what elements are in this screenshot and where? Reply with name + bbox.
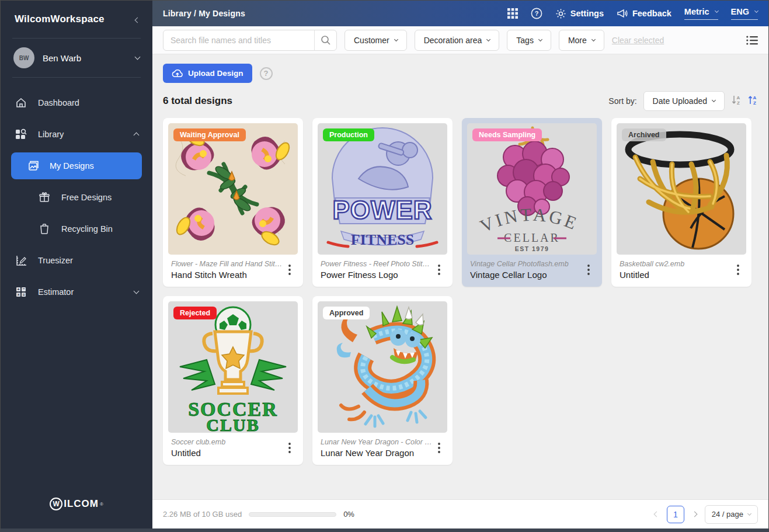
sort-descending-icon[interactable]: A Z bbox=[731, 94, 742, 108]
status-badge: Archived bbox=[622, 128, 666, 141]
cloud-upload-icon bbox=[172, 69, 183, 78]
design-thumbnail[interactable]: SOCCER CLUB Rejected bbox=[168, 301, 298, 433]
sidebar-item-estimator[interactable]: + − × = Estimator bbox=[1, 277, 152, 307]
design-title: Power Fitness Logo bbox=[321, 270, 433, 280]
design-card[interactable]: Waiting Approval Flower - Maze Fill and … bbox=[163, 118, 303, 287]
sort-ascending-icon[interactable]: A Z bbox=[747, 94, 758, 108]
svg-text:CLUB: CLUB bbox=[206, 415, 259, 433]
design-title: Untitled bbox=[620, 270, 732, 280]
svg-text:−: − bbox=[22, 287, 25, 291]
dragon-artwork bbox=[318, 301, 447, 433]
design-card[interactable]: SOCCER CLUB Rejected Soccer club.emb Unt… bbox=[163, 296, 303, 465]
page-number-button[interactable]: 1 bbox=[667, 506, 684, 523]
clear-selected-link[interactable]: Clear selected bbox=[612, 36, 664, 45]
apps-grid-icon[interactable] bbox=[507, 8, 518, 19]
language-dropdown[interactable]: ENG bbox=[731, 7, 758, 20]
card-menu-button[interactable] bbox=[283, 265, 296, 275]
app-window: WilcomWorkspace BW Ben Warb Dashboard bbox=[0, 0, 769, 532]
designs-grid: Waiting Approval Flower - Maze Fill and … bbox=[152, 118, 768, 465]
megaphone-icon bbox=[617, 8, 628, 19]
wilcom-w-icon: W bbox=[50, 498, 62, 510]
design-title: Vintage Cellar Logo bbox=[470, 270, 582, 280]
design-thumbnail[interactable]: POWER FITNESS Production bbox=[318, 123, 447, 255]
next-page-button[interactable] bbox=[693, 512, 697, 516]
sidebar-item-my-designs[interactable]: My Designs bbox=[11, 152, 142, 179]
chevron-down-icon bbox=[134, 288, 140, 294]
design-thumbnail[interactable]: Archived bbox=[617, 123, 746, 255]
units-dropdown[interactable]: Metric bbox=[684, 7, 718, 20]
flower-wreath-artwork bbox=[168, 123, 298, 255]
previous-page-button[interactable] bbox=[655, 512, 659, 516]
sidebar-item-label: Estimator bbox=[38, 287, 74, 297]
sort-by-label: Sort by: bbox=[608, 96, 636, 106]
search-button[interactable] bbox=[314, 30, 336, 50]
sidebar-item-recycling-bin[interactable]: Recycling Bin bbox=[1, 214, 152, 244]
soccer-club-artwork: SOCCER CLUB bbox=[168, 301, 298, 433]
user-menu[interactable]: BW Ben Warb bbox=[1, 39, 152, 77]
designs-icon bbox=[27, 160, 40, 172]
avatar: BW bbox=[13, 47, 34, 68]
sidebar-item-dashboard[interactable]: Dashboard bbox=[1, 88, 152, 117]
search-input[interactable] bbox=[163, 36, 314, 45]
tags-filter-dropdown[interactable]: Tags bbox=[507, 30, 551, 51]
sidebar-collapse-button[interactable] bbox=[135, 14, 140, 25]
sort-dropdown[interactable]: Date Uploaded bbox=[643, 91, 725, 111]
calculator-icon: + − × = bbox=[15, 286, 27, 298]
design-card-selected[interactable]: VINTAGE CELLAR EST 1979 Needs Sampling V… bbox=[462, 118, 602, 287]
sidebar-item-free-designs[interactable]: Free Designs bbox=[1, 183, 152, 212]
svg-text:×: × bbox=[18, 293, 20, 297]
design-card[interactable]: Approved Lunar New Year Dragon - Color P… bbox=[312, 296, 453, 465]
status-badge: Waiting Approval bbox=[173, 128, 246, 141]
trash-icon bbox=[38, 223, 51, 235]
sidebar-item-label: Dashboard bbox=[38, 98, 79, 107]
page-size-dropdown[interactable]: 24 / page bbox=[705, 505, 758, 524]
card-menu-button[interactable] bbox=[433, 265, 446, 275]
decoration-area-filter-dropdown[interactable]: Decoration area bbox=[415, 30, 500, 51]
design-filename: Flower - Maze Fill and Hand Stitch... bbox=[171, 260, 283, 268]
svg-text:Z: Z bbox=[753, 100, 756, 106]
customer-filter-dropdown[interactable]: Customer bbox=[345, 30, 407, 51]
status-badge: Rejected bbox=[173, 307, 217, 319]
svg-text:A: A bbox=[737, 95, 740, 100]
card-menu-button[interactable] bbox=[283, 443, 296, 453]
help-icon[interactable]: ? bbox=[531, 8, 542, 19]
storage-progress-bar bbox=[249, 512, 336, 517]
sidebar-item-label: Free Designs bbox=[61, 193, 112, 202]
storage-percent: 0% bbox=[343, 510, 354, 519]
sidebar-item-label: Truesizer bbox=[38, 256, 73, 265]
card-menu-button[interactable] bbox=[732, 265, 744, 275]
settings-button[interactable]: Settings bbox=[555, 8, 604, 19]
feedback-button[interactable]: Feedback bbox=[617, 8, 671, 19]
gift-icon bbox=[38, 192, 51, 203]
design-thumbnail[interactable]: Approved bbox=[318, 301, 447, 433]
power-fitness-artwork: POWER FITNESS bbox=[318, 123, 447, 255]
card-menu-button[interactable] bbox=[582, 265, 595, 275]
total-designs-heading: 6 total designs bbox=[163, 95, 232, 107]
svg-text:POWER: POWER bbox=[332, 196, 432, 224]
upload-help-icon[interactable]: ? bbox=[260, 67, 273, 80]
content-area: Upload Design ? 6 total designs Sort by:… bbox=[152, 54, 768, 499]
design-filename: Basketball cw2.emb bbox=[620, 260, 732, 268]
svg-text:+: + bbox=[17, 287, 19, 291]
basketball-artwork bbox=[617, 123, 746, 255]
upload-design-button[interactable]: Upload Design bbox=[163, 64, 252, 83]
design-card[interactable]: Archived Basketball cw2.emb Untitled bbox=[611, 118, 751, 287]
design-thumbnail[interactable]: VINTAGE CELLAR EST 1979 Needs Sampling bbox=[467, 123, 597, 255]
sidebar-item-label: My Designs bbox=[50, 161, 94, 171]
sidebar-item-library[interactable]: Library bbox=[1, 120, 152, 149]
design-title: Untitled bbox=[171, 448, 283, 458]
design-thumbnail[interactable]: Waiting Approval bbox=[168, 123, 298, 255]
more-filter-dropdown[interactable]: More bbox=[559, 30, 604, 51]
sidebar-item-label: Recycling Bin bbox=[61, 224, 113, 234]
design-card[interactable]: POWER FITNESS Production Power Fitness -… bbox=[312, 118, 453, 287]
chevron-down-icon bbox=[135, 54, 141, 60]
breadcrumb: Library / My Designs bbox=[163, 9, 245, 18]
main-area: Library / My Designs ? Settings bbox=[152, 1, 768, 528]
card-menu-button[interactable] bbox=[433, 443, 446, 453]
list-view-icon[interactable] bbox=[746, 36, 758, 45]
sidebar-item-label: Library bbox=[38, 130, 64, 139]
svg-text:?: ? bbox=[534, 10, 538, 17]
ruler-pencil-icon bbox=[15, 255, 27, 266]
filter-bar: Customer Decoration area Tags More Clear… bbox=[152, 26, 768, 54]
sidebar-item-truesizer[interactable]: Truesizer bbox=[1, 246, 152, 275]
